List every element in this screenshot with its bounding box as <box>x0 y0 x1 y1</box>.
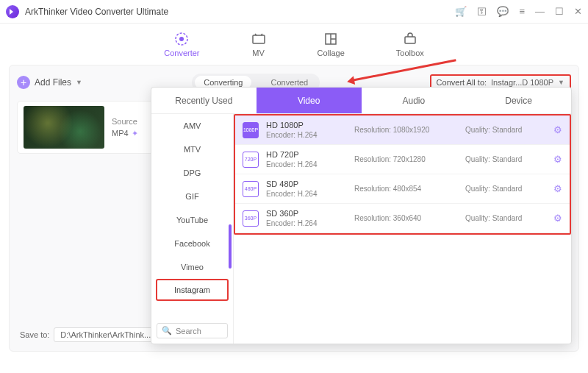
collage-icon <box>323 32 338 46</box>
gear-icon[interactable]: ⚙ <box>553 183 562 194</box>
gear-icon[interactable]: ⚙ <box>553 124 562 135</box>
category-mtv[interactable]: MTV <box>151 138 233 161</box>
svg-point-1 <box>179 37 184 41</box>
preset-row[interactable]: 1080PHD 1080PEncoder: H.264Resolution: 1… <box>235 116 570 145</box>
gear-icon[interactable]: ⚙ <box>553 154 562 165</box>
resolution-icon: 480P <box>243 181 259 197</box>
close-icon[interactable]: ✕ <box>574 6 582 17</box>
resolution-icon: 1080P <box>243 122 259 138</box>
category-gif[interactable]: GIF <box>151 185 233 208</box>
resolution-icon: 360P <box>243 210 259 227</box>
star-icon[interactable]: ✦ <box>132 129 138 138</box>
menu-icon[interactable]: ≡ <box>519 6 525 17</box>
preset-row[interactable]: 720PHD 720PEncoder: H.264Resolution: 720… <box>235 145 570 174</box>
feedback-icon[interactable]: 💬 <box>497 6 509 17</box>
popup-tab-audio[interactable]: Audio <box>362 88 467 113</box>
video-thumbnail <box>24 106 104 149</box>
tab-collage[interactable]: Collage <box>318 32 345 57</box>
tab-mv[interactable]: MV <box>251 32 266 57</box>
format-popup: Recently Used Video Audio Device AMVMTVD… <box>151 87 572 344</box>
cart-icon[interactable]: 🛒 <box>455 6 467 17</box>
category-instagram[interactable]: Instagram <box>156 279 229 301</box>
tab-toolbox[interactable]: Toolbox <box>396 32 424 57</box>
preset-list: 1080PHD 1080PEncoder: H.264Resolution: 1… <box>234 114 571 344</box>
plus-icon: + <box>17 76 30 89</box>
category-vimeo[interactable]: Vimeo <box>151 255 233 279</box>
toolbox-icon <box>403 32 417 46</box>
category-amv[interactable]: AMV <box>151 114 233 138</box>
key-icon[interactable]: ⚿ <box>477 6 487 17</box>
scrollbar-thumb[interactable] <box>229 224 232 269</box>
svg-rect-6 <box>405 37 415 43</box>
popup-tab-recent[interactable]: Recently Used <box>151 88 257 113</box>
converter-icon <box>174 32 189 46</box>
minimize-icon[interactable]: — <box>535 6 545 17</box>
add-files-button[interactable]: + Add Files ▼ <box>17 76 82 89</box>
main-tabs: Converter MV Collage Toolbox <box>0 24 588 65</box>
popup-tab-video[interactable]: Video <box>257 88 362 113</box>
app-logo-icon <box>6 5 19 18</box>
search-icon: 🔍 <box>162 326 172 335</box>
chevron-down-icon: ▼ <box>558 79 564 86</box>
category-facebook[interactable]: Facebook <box>151 232 233 255</box>
mv-icon <box>251 32 266 46</box>
preset-row[interactable]: 360PSD 360PEncoder: H.264Resolution: 360… <box>235 204 570 233</box>
title-bar: ArkThinker Video Converter Ultimate 🛒 ⚿ … <box>0 0 588 24</box>
source-label: Source <box>112 117 138 126</box>
category-dpg[interactable]: DPG <box>151 161 233 185</box>
maximize-icon[interactable]: ☐ <box>555 6 564 17</box>
format-category-list: AMVMTVDPGGIFYouTubeFacebookVimeoInstagra… <box>151 114 234 344</box>
gear-icon[interactable]: ⚙ <box>553 213 562 224</box>
chevron-down-icon: ▼ <box>76 79 82 86</box>
app-title: ArkThinker Video Converter Ultimate <box>25 7 455 17</box>
preset-row[interactable]: 480PSD 480PEncoder: H.264Resolution: 480… <box>235 174 570 204</box>
tab-converter[interactable]: Converter <box>164 32 199 57</box>
svg-rect-2 <box>253 35 265 43</box>
category-youtube[interactable]: YouTube <box>151 208 233 232</box>
resolution-icon: 720P <box>243 152 259 168</box>
search-input[interactable]: 🔍 Search <box>157 323 228 338</box>
file-format: MP4 <box>112 129 129 138</box>
popup-tab-device[interactable]: Device <box>466 88 571 113</box>
